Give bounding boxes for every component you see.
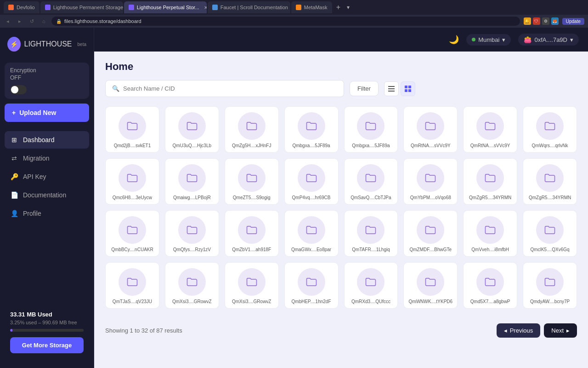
network-selector[interactable]: Mumbai ▾ <box>466 34 511 46</box>
folder-icon <box>364 224 377 236</box>
file-card[interactable]: QmYbPM....oVqo68 <box>403 158 458 205</box>
file-card[interactable]: QmWqrs....qrlvNk <box>523 106 577 153</box>
update-button[interactable]: Update <box>562 18 584 25</box>
tab-faucet[interactable]: Faucet | Scroll Documentation <box>208 1 290 13</box>
profile-icon: 👤 <box>10 209 18 218</box>
toolbar: 🔍 Filter <box>105 80 577 97</box>
file-card[interactable]: Qmbgxa....5JF89a <box>344 106 398 153</box>
file-card[interactable]: Qmbgxa....5JF89a <box>284 106 339 153</box>
file-icon-bg <box>119 268 146 296</box>
file-icon-bg <box>417 112 444 140</box>
file-card[interactable]: QmZgR5....34YRMN <box>523 158 577 205</box>
sidebar-item-documentation[interactable]: 📄 Documentation <box>5 186 89 204</box>
file-name: QmP4vq....hr69CB <box>288 195 334 201</box>
file-card[interactable]: QmdyAW....bcny7P <box>523 262 577 309</box>
new-tab-button[interactable]: + <box>333 2 344 13</box>
sidebar-item-api-key[interactable]: 🔑 API Key <box>5 168 89 185</box>
api-key-icon: 🔑 <box>10 172 18 181</box>
file-card[interactable]: Qmd2jB....svkET1 <box>105 106 159 153</box>
file-card[interactable]: QmaGWx....Eo8par <box>284 210 339 257</box>
sidebar-item-profile[interactable]: 👤 Profile <box>5 205 89 222</box>
ext-icon-3[interactable]: ⚙ <box>542 17 549 25</box>
filter-button[interactable]: Filter <box>350 81 379 96</box>
back-button[interactable]: ◂ <box>4 17 12 25</box>
file-card[interactable]: QmXsi3....GRowvZ <box>225 262 279 309</box>
folder-icon <box>305 276 318 288</box>
storage-detail-text: 3.25% used – 990.69 MB free <box>10 320 84 325</box>
wallet-button[interactable]: 👛 0xfA....7a9D ▾ <box>518 34 579 46</box>
ext-icon-2[interactable]: 🛡 <box>533 17 540 25</box>
tab-devfolio[interactable]: Devfolio <box>4 1 40 13</box>
address-input[interactable]: 🔒 files.lighthouse.storage/dashboard <box>51 17 520 26</box>
encryption-label: Encryption OFF <box>10 67 84 81</box>
tab-lighthouse-permanent[interactable]: Lighthouse Permanent Storage <box>40 1 123 13</box>
nav-label-api-key: API Key <box>23 173 46 180</box>
file-name: QmWqrs....qrlvNk <box>527 143 573 149</box>
previous-page-button[interactable]: ◂ Previous <box>497 323 541 338</box>
home-button[interactable]: ⌂ <box>40 17 48 25</box>
file-name: QmTJaS....qV23JU <box>109 299 155 305</box>
reload-button[interactable]: ↺ <box>28 17 36 25</box>
file-card[interactable]: QmZgR5....34YRMN <box>463 158 517 205</box>
file-card[interactable]: QmSavQ....CbTJPa <box>344 158 398 205</box>
file-name: QmRtNA....sVVc9Y <box>467 143 513 149</box>
file-card[interactable]: QmVveh....i8mfbH <box>463 210 517 257</box>
file-card[interactable]: Qmc6H8....3eUycw <box>105 158 159 205</box>
file-card[interactable]: QmZbV1....ah918F <box>225 210 279 257</box>
file-card[interactable]: QmU3uQ....Hjc3Lb <box>165 106 219 153</box>
encryption-toggle[interactable] <box>10 85 27 94</box>
tab-close-icon[interactable]: ✕ <box>204 5 207 10</box>
file-card[interactable]: Qmd5X7....a8gbwP <box>463 262 517 309</box>
tab-metamask[interactable]: MetaMask <box>291 1 332 13</box>
sidebar-item-migration[interactable]: ⇄ Migration <box>5 150 89 167</box>
file-card[interactable]: QmWNWK....tYKPD6 <box>403 262 458 309</box>
file-card[interactable]: QmbHEP....1hn2dF <box>284 262 339 309</box>
file-card[interactable]: QmZMDF....BhwGTe <box>403 210 458 257</box>
file-card[interactable]: QmQfys....Rzy1zV <box>165 210 219 257</box>
tab-overflow-icon[interactable]: ▾ <box>347 4 350 11</box>
view-toggle <box>384 81 415 96</box>
file-name: QmYbPM....oVqo68 <box>407 195 453 201</box>
file-name: QmclK5....QXv6Gq <box>527 247 573 253</box>
file-card[interactable]: QmZg5H....xJHnFJ <box>225 106 279 153</box>
file-card[interactable]: QmeZT5....S9ogig <box>225 158 279 205</box>
ext-icon-4[interactable]: 🦊 <box>551 17 559 25</box>
file-card[interactable]: QmXsi3....GRowvZ <box>165 262 219 309</box>
forward-button[interactable]: ▸ <box>16 17 24 25</box>
list-view-button[interactable] <box>384 81 399 96</box>
file-icon-bg <box>298 112 325 140</box>
folder-icon <box>305 120 318 132</box>
file-card[interactable]: QmTJaS....qV23JU <box>105 262 159 309</box>
wallet-address: 0xfA....7a9D <box>534 36 567 43</box>
get-more-storage-button[interactable]: Get More Storage <box>10 337 84 353</box>
folder-icon <box>543 120 556 132</box>
next-page-button[interactable]: Next ▸ <box>544 323 577 338</box>
extension-icons: 🔔 🛡 ⚙ 🦊 <box>524 17 559 25</box>
search-input[interactable] <box>123 85 337 92</box>
toggle-row <box>10 85 84 94</box>
nav-label-migration: Migration <box>23 155 50 162</box>
upload-new-button[interactable]: + Upload New <box>5 104 89 122</box>
file-card[interactable]: QmRtNA....sVVc9Y <box>463 106 517 153</box>
sidebar-item-dashboard[interactable]: ⊞ Dashboard <box>5 131 89 149</box>
file-card[interactable]: Qmaiwg....LPBojR <box>165 158 219 205</box>
search-box[interactable]: 🔍 <box>105 80 344 97</box>
file-icon-bg <box>357 216 384 244</box>
tab-label-devfolio: Devfolio <box>17 5 35 10</box>
file-card[interactable]: QmRXd3....QUfccc <box>344 262 398 309</box>
folder-icon <box>543 172 556 184</box>
file-icon-bg <box>536 268 564 296</box>
dark-mode-toggle[interactable]: 🌙 <box>449 34 459 45</box>
grid-view-button[interactable] <box>401 81 415 96</box>
file-card[interactable]: QmP4vq....hr69CB <box>284 158 339 205</box>
folder-icon <box>186 224 198 236</box>
file-card[interactable]: QmRtNA....sVVc9Y <box>403 106 458 153</box>
file-card[interactable]: QmbBCy....nCUAKR <box>105 210 159 257</box>
file-icon-bg <box>238 112 266 140</box>
tab-lighthouse-perpetual[interactable]: Lighthouse Perpetual Stor... ✕ <box>124 1 207 13</box>
file-card[interactable]: QmTAFR....1Lhgiq <box>344 210 398 257</box>
folder-icon <box>245 224 258 236</box>
ext-icon-1[interactable]: 🔔 <box>524 17 531 25</box>
file-card[interactable]: QmclK5....QXv6Gq <box>523 210 577 257</box>
svg-rect-0 <box>388 86 395 87</box>
